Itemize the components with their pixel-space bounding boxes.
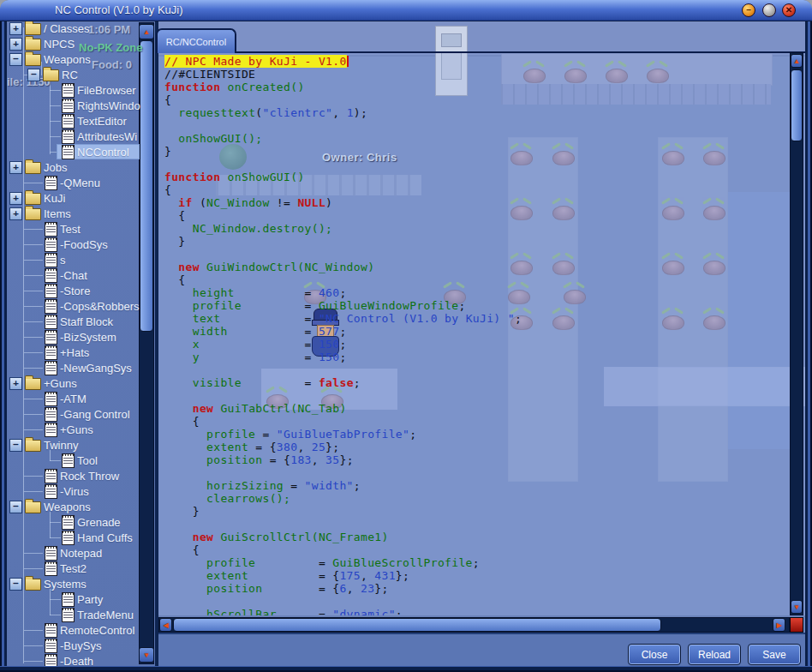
code-editor[interactable]: // NPC Made by KuJi - V1.0//#CLIENTSIDEf… — [164, 55, 788, 615]
tree-item-party[interactable]: Party — [7, 591, 140, 607]
tree-item-store[interactable]: -Store — [7, 283, 140, 298]
collapse-minus-icon[interactable]: − — [9, 501, 22, 513]
tree-item-virus[interactable]: -Virus — [7, 483, 140, 499]
tree-scroll-down-button[interactable]: ▼ — [139, 647, 154, 663]
tree-item-gang-control[interactable]: -Gang Control — [7, 406, 140, 422]
tree-item-grenade[interactable]: Grenade — [7, 514, 140, 530]
script-file-icon — [45, 176, 57, 190]
code-token — [200, 261, 206, 273]
tree-item-hand-cuffs[interactable]: Hand Cuffs — [7, 530, 140, 545]
maximize-button[interactable] — [762, 3, 776, 17]
script-file-icon — [45, 423, 57, 437]
script-file-icon — [45, 345, 57, 360]
tree-item-items[interactable]: +Items — [7, 206, 140, 221]
tree-item-weapons[interactable]: −Weapons — [7, 499, 140, 514]
tab-label: RC/NCControl — [166, 37, 226, 47]
code-token: }; — [325, 441, 339, 453]
close-window-button[interactable]: ✕ — [782, 3, 796, 17]
editor-scroll-up-button[interactable]: ▲ — [791, 54, 803, 68]
code-line: position = {183, 35}; — [164, 453, 354, 466]
tree-item-hats[interactable]: +Hats — [7, 345, 140, 360]
tree-item-chat[interactable]: -Chat — [7, 267, 140, 283]
expand-plus-icon[interactable]: + — [9, 377, 22, 390]
tree-item-guns[interactable]: +Guns — [7, 422, 140, 437]
code-token: onShowGUI() — [228, 171, 305, 183]
tree-item-buysys[interactable]: -BuySys — [7, 638, 140, 653]
tree-item-s[interactable]: s — [7, 252, 140, 267]
tree-item-cops-robbers[interactable]: -Cops&Robbers — [7, 298, 140, 314]
tree-item-label: Test2 — [60, 562, 87, 575]
tree-item-bizsystem[interactable]: -BizSystem — [7, 329, 140, 345]
tree-item-rightswindo[interactable]: RightsWindo — [7, 98, 140, 113]
code-token: position — [206, 453, 262, 466]
editor-vscroll-thumb[interactable] — [791, 69, 803, 141]
tree-item-label: -ATM — [60, 393, 87, 405]
collapse-minus-icon[interactable]: − — [9, 439, 22, 452]
tree-item-kuji[interactable]: +KuJi — [7, 190, 140, 206]
tree-item-test2[interactable]: Test2 — [7, 561, 140, 576]
expand-plus-icon[interactable]: + — [9, 207, 22, 220]
expand-plus-icon[interactable]: + — [9, 192, 22, 205]
code-line: onShowGUI(); — [164, 132, 262, 145]
tree-item-foodsys[interactable]: -FoodSys — [7, 237, 140, 252]
editor-hscroll-thumb[interactable] — [173, 618, 661, 632]
expand-plus-icon[interactable]: + — [9, 22, 22, 35]
code-token — [164, 376, 193, 389]
expand-plus-icon[interactable]: + — [9, 38, 22, 51]
tree-item-label: KuJi — [44, 192, 65, 205]
tree-item-test[interactable]: Test — [7, 221, 140, 237]
editor-scroll-right-button[interactable]: ▶ — [773, 618, 785, 632]
code-token: ( — [255, 106, 262, 119]
folder-icon — [25, 54, 41, 66]
tab-bar-divider — [157, 51, 805, 53]
tree-item-twinny[interactable]: −Twinny — [7, 437, 140, 453]
code-token: function — [164, 171, 220, 183]
code-token: } — [164, 505, 200, 518]
code-line: profile = GuiBlueScrollProfile; — [164, 556, 480, 569]
editor-scroll-down-button[interactable]: ▼ — [791, 600, 803, 614]
collapse-minus-icon[interactable]: − — [9, 53, 22, 66]
code-token: ); — [354, 106, 367, 119]
script-file-icon — [62, 515, 75, 530]
code-token: text — [193, 312, 221, 325]
tree-item-trademenu[interactable]: TradeMenu — [7, 607, 140, 622]
save-button[interactable]: Save — [748, 644, 801, 665]
code-token: , — [347, 582, 361, 595]
tree-item-newgangsys[interactable]: -NewGangSys — [7, 360, 140, 375]
script-tree-panel: +/ Classes+NPCS−Weapons−RCFileBrowserRig… — [7, 21, 157, 666]
collapse-minus-icon[interactable]: − — [9, 578, 22, 591]
scrollbar-corner-button[interactable] — [790, 617, 803, 633]
code-token: horizSizing — [206, 479, 284, 492]
tree-item-staff-block[interactable]: Staff Block — [7, 314, 140, 329]
tree-item-attributeswi[interactable]: AttributesWi — [7, 129, 140, 144]
tree-item-systems[interactable]: −Systems — [7, 576, 140, 591]
code-line: { — [164, 273, 186, 286]
title-bar[interactable]: NC Control (V1.0 by KuJi) – ✕ — [0, 0, 812, 21]
editor-scroll-left-button[interactable]: ◀ — [159, 618, 172, 632]
tree-item-jobs[interactable]: +Jobs — [7, 159, 140, 175]
code-token: ; — [339, 351, 346, 363]
tree-item-notepad[interactable]: Notepad — [7, 545, 140, 561]
tree-scroll-up-button[interactable]: ▲ — [139, 24, 154, 39]
window-border-right — [805, 21, 812, 666]
expand-plus-icon[interactable]: + — [9, 161, 22, 174]
tab-rc-nccontrol[interactable]: RC/NCControl — [156, 28, 236, 53]
code-token: = — [200, 351, 319, 363]
tree-item-atm[interactable]: -ATM — [7, 391, 140, 406]
reload-button[interactable]: Reload — [688, 644, 741, 665]
folder-icon — [25, 208, 41, 220]
close-button[interactable]: Close — [628, 644, 681, 665]
collapse-minus-icon[interactable]: − — [27, 69, 40, 81]
minimize-button[interactable]: – — [742, 3, 755, 17]
tree-item-label: +Guns — [60, 423, 93, 436]
tree-item-qmenu[interactable]: -QMenu — [7, 175, 140, 190]
tree-item-tool[interactable]: Tool — [7, 453, 140, 468]
tree-item-rock-throw[interactable]: Rock Throw — [7, 468, 140, 483]
tree-item-nccontrol[interactable]: NCControl — [7, 144, 140, 159]
tree-item-guns[interactable]: ++Guns — [7, 375, 140, 391]
tree-item-remotecontrol[interactable]: RemoteControl — [7, 622, 140, 638]
tree-item-label: -NewGangSys — [60, 362, 132, 375]
tree-scroll-thumb[interactable] — [140, 40, 153, 332]
tree-item-texteditor[interactable]: TextEditor — [7, 113, 140, 129]
folder-icon — [43, 69, 59, 81]
